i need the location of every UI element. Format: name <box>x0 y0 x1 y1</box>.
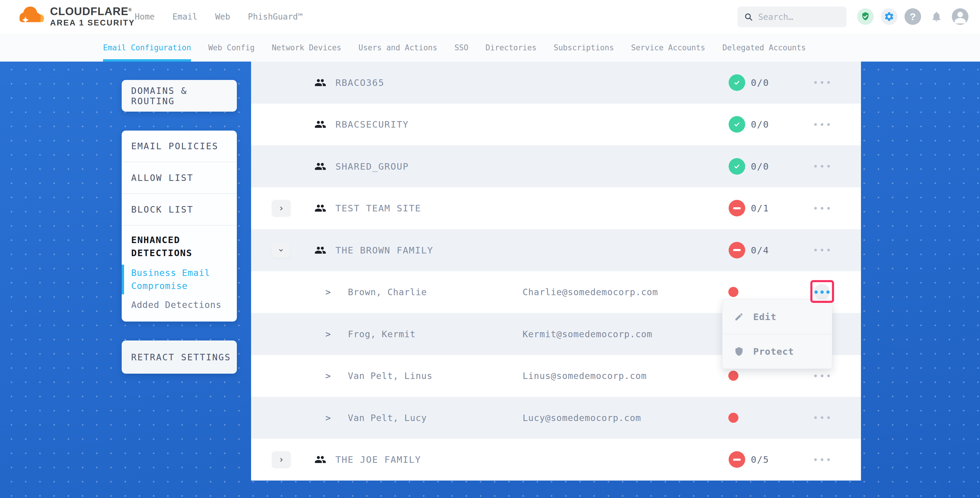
chevron-right-icon[interactable]: > <box>322 371 334 381</box>
protected-count: 0/0 <box>751 161 769 172</box>
tab-email-configuration[interactable]: Email Configuration <box>103 33 191 62</box>
status-badge-allowed <box>729 74 745 91</box>
group-name: THE BROWN FAMILY <box>336 245 433 256</box>
search-icon <box>744 13 753 21</box>
search-box[interactable] <box>738 6 846 27</box>
sidebar-item-domains-routing[interactable]: DOMAINS & ROUTING <box>122 80 237 111</box>
menu-item-edit[interactable]: Edit <box>722 299 832 334</box>
gear-icon[interactable] <box>881 8 897 25</box>
sidebar-item-block-list[interactable]: BLOCK LIST <box>122 194 237 226</box>
flag-dot <box>728 413 738 423</box>
cloudflare-logo[interactable]: CLOUDFLARE® AREA 1 SECURITY <box>16 3 135 27</box>
row-menu-button[interactable] <box>813 199 831 217</box>
sidebar-item-allow-list[interactable]: ALLOW LIST <box>122 162 237 194</box>
sidebar-item-enhanced-detections[interactable]: ENHANCED DETECTIONS <box>131 233 229 259</box>
protected-count: 0/0 <box>751 77 769 88</box>
brand-subtitle: AREA 1 SECURITY <box>50 18 135 27</box>
table-row: RBACO3650/0 <box>251 62 861 103</box>
group-icon <box>314 118 326 130</box>
header-nav-item-phishguard[interactable]: PhishGuard™ <box>248 12 302 22</box>
header-nav-item-email[interactable]: Email <box>172 12 197 22</box>
sidebar-item-label: Business Email Compromise <box>131 266 229 293</box>
group-icon <box>314 244 326 256</box>
row-menu-button[interactable] <box>813 409 831 426</box>
status-badge-blocked <box>729 242 745 258</box>
chevron-right-icon[interactable]: > <box>322 412 334 423</box>
registered-mark: ® <box>129 7 132 12</box>
table-row: RBACSECURITY0/0 <box>251 103 861 146</box>
row-menu-button[interactable] <box>813 116 831 133</box>
group-name: RBACSECURITY <box>336 119 409 130</box>
search-input[interactable] <box>758 12 832 22</box>
table-row: SHARED_GROUP0/0 <box>251 145 861 188</box>
header-nav-item-home[interactable]: Home <box>135 12 154 22</box>
protected-count: 0/0 <box>751 119 769 130</box>
tab-web-config[interactable]: Web Config <box>208 33 255 62</box>
sidebar-item-label: DOMAINS & ROUTING <box>131 86 237 106</box>
chevron-right-icon: › <box>278 455 284 464</box>
bell-icon[interactable] <box>928 8 945 25</box>
row-menu-button[interactable] <box>813 74 831 91</box>
group-icon <box>314 77 326 89</box>
sidebar-item-label: RETRACT SETTINGS <box>131 352 231 363</box>
expand-button[interactable]: › <box>272 200 291 216</box>
group-name: SHARED_GROUP <box>336 161 409 172</box>
header-nav-item-web[interactable]: Web <box>215 12 230 22</box>
group-name: THE JOE FAMILY <box>336 454 421 465</box>
chevron-right-icon[interactable]: > <box>322 329 334 339</box>
table-row: ›TEST TEAM SITE0/1 <box>251 188 861 229</box>
chevron-down-icon: › <box>277 248 286 253</box>
sidebar-item-label: ALLOW LIST <box>131 173 194 183</box>
table-row: >Van Pelt, LucyLucy@somedemocorp.com <box>251 397 861 439</box>
menu-item-label: Edit <box>753 312 776 322</box>
tab-directories[interactable]: Directories <box>485 33 536 62</box>
sidebar-item-business-email-compromise[interactable]: Business Email Compromise <box>131 266 229 293</box>
user-icon[interactable] <box>952 8 969 25</box>
question-icon[interactable]: ? <box>905 8 921 25</box>
tab-subscriptions[interactable]: Subscriptions <box>554 33 614 62</box>
flag-dot <box>728 371 738 381</box>
sidebar-policies-card: EMAIL POLICIES ALLOW LIST BLOCK LIST ENH… <box>122 130 237 321</box>
row-menu-button[interactable] <box>813 450 831 468</box>
member-name: Brown, Charlie <box>348 287 427 297</box>
sidebar-item-retract-settings[interactable]: RETRACT SETTINGS <box>122 340 237 374</box>
pencil-icon <box>734 312 744 321</box>
target-highlight <box>810 280 834 303</box>
menu-item-label: Protect <box>753 346 794 357</box>
member-email: Lucy@somedemocorp.com <box>523 412 641 423</box>
tab-users-and-actions[interactable]: Users and Actions <box>358 33 437 62</box>
protected-count: 0/4 <box>751 245 769 256</box>
header-actions: ? <box>857 8 969 25</box>
tab-delegated-accounts[interactable]: Delegated Accounts <box>722 33 806 62</box>
expand-button[interactable]: › <box>272 451 291 468</box>
tab-service-accounts[interactable]: Service Accounts <box>631 33 705 62</box>
collapse-button[interactable]: › <box>272 242 291 258</box>
row-context-menu: EditProtect <box>722 299 832 369</box>
sidebar-item-email-policies[interactable]: EMAIL POLICIES <box>122 130 237 162</box>
member-email: Charlie@somedemocorp.com <box>523 287 658 297</box>
tab-network-devices[interactable]: Network Devices <box>272 33 341 62</box>
member-name: Frog, Kermit <box>348 329 416 339</box>
row-menu-button[interactable] <box>813 367 831 385</box>
sidebar-item-label: BLOCK LIST <box>131 204 194 215</box>
chevron-right-icon[interactable]: > <box>322 287 334 297</box>
directory-table: RBACO3650/0RBACSECURITY0/0SHARED_GROUP0/… <box>251 62 861 480</box>
status-badge-allowed <box>729 158 745 175</box>
header-nav: HomeEmailWebPhishGuard™ <box>135 0 303 33</box>
row-menu-button[interactable] <box>813 158 831 175</box>
tab-sso[interactable]: SSO <box>455 33 468 62</box>
status-badge-allowed <box>729 116 745 133</box>
brand-wordmark: CLOUDFLARE® <box>50 3 135 18</box>
group-name: RBACO365 <box>336 77 384 88</box>
shield-check-icon[interactable] <box>857 8 874 25</box>
question-glyph: ? <box>910 11 916 22</box>
menu-item-protect[interactable]: Protect <box>722 334 832 369</box>
group-icon <box>314 202 326 214</box>
row-menu-button[interactable] <box>813 241 831 259</box>
minus-glyph <box>733 458 741 461</box>
group-icon <box>314 453 326 465</box>
sidebar-item-added-detections[interactable]: Added Detections <box>131 300 229 310</box>
shield-icon <box>734 347 744 356</box>
chevron-right-icon: › <box>278 204 284 213</box>
status-badge-blocked <box>729 451 745 468</box>
